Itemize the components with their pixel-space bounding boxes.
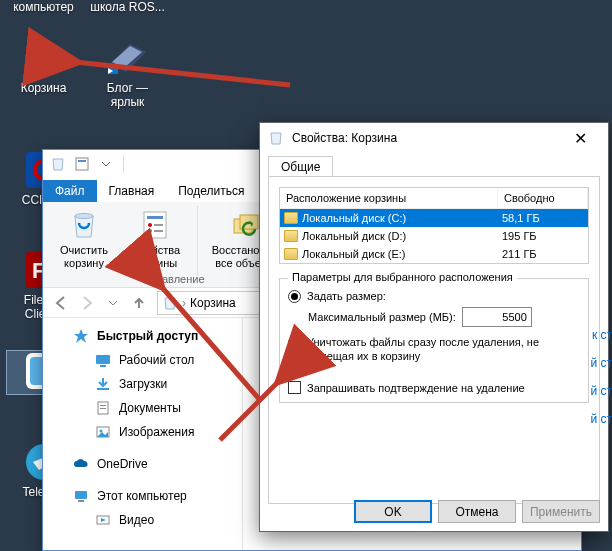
svg-point-11: [75, 214, 93, 219]
radio-label: Задать размер:: [307, 289, 386, 303]
nav-downloads[interactable]: Загрузки: [43, 372, 242, 396]
qat-dropdown-icon[interactable]: [95, 153, 117, 175]
dialog-titlebar[interactable]: Свойства: Корзина ✕: [260, 123, 608, 153]
qat-properties-icon[interactable]: [71, 153, 93, 175]
dialog-title: Свойства: Корзина: [292, 131, 552, 145]
desktop-icon-blog-shortcut[interactable]: Блог — ярлык: [90, 38, 165, 109]
svg-point-0: [32, 45, 56, 51]
nav-back-icon[interactable]: [49, 291, 73, 315]
drive-row[interactable]: Локальный диск (C:)58,1 ГБ: [280, 209, 588, 227]
ribbon-bin-properties[interactable]: Свойства корзины: [121, 206, 191, 272]
documents-icon: [95, 400, 111, 416]
nav-pictures[interactable]: Изображения: [43, 420, 242, 444]
radio-label: Уничтожать файлы сразу после удаления, н…: [307, 335, 567, 363]
svg-rect-22: [97, 388, 109, 390]
drive-row[interactable]: Локальный диск (E:)211 ГБ: [280, 245, 588, 263]
svg-rect-20: [96, 355, 110, 364]
drive-row[interactable]: Локальный диск (D:)195 ГБ: [280, 227, 588, 245]
drive-location-table: Расположение корзины Свободно Локальный …: [279, 187, 589, 264]
svg-rect-28: [75, 491, 87, 499]
properties-icon: [123, 208, 189, 242]
desktop-icon-label: Блог — ярлык: [90, 81, 165, 109]
desktop-icon-school[interactable]: школа ROS...: [90, 0, 165, 14]
navigation-pane: Быстрый доступ Рабочий стол Загрузки Док…: [43, 318, 243, 550]
tab-general[interactable]: Общие: [268, 156, 333, 177]
onedrive-icon: [73, 456, 89, 472]
svg-rect-25: [100, 408, 106, 409]
ribbon-group-label: Управление: [99, 273, 249, 285]
checkbox-confirm-delete[interactable]: [288, 381, 301, 394]
breadcrumb[interactable]: Корзина: [190, 296, 236, 310]
computer-icon: [73, 488, 89, 504]
close-button[interactable]: ✕: [560, 124, 600, 152]
tab-file[interactable]: Файл: [43, 180, 97, 202]
checkbox-label: Запрашивать подтверждение на удаление: [307, 382, 525, 394]
svg-rect-21: [100, 365, 106, 367]
max-size-label: Максимальный размер (МБ):: [308, 311, 456, 323]
svg-rect-24: [100, 405, 106, 406]
tab-home[interactable]: Главная: [97, 180, 167, 202]
desktop-icon-label: компьютер: [6, 0, 81, 14]
nav-videos[interactable]: Видео: [43, 508, 242, 532]
recycle-bin-small-icon: [268, 130, 284, 146]
recycle-bin-small-icon: [47, 153, 69, 175]
col-free: Свободно: [498, 188, 588, 208]
ribbon-label: Свойства корзины: [123, 244, 189, 270]
ribbon-empty-bin[interactable]: Очистить корзину: [49, 206, 119, 272]
nav-quick-access[interactable]: Быстрый доступ: [43, 324, 242, 348]
notebook-icon: [104, 38, 152, 78]
ok-button[interactable]: OK: [354, 500, 432, 523]
svg-point-14: [148, 223, 152, 227]
radio-destroy-immediately[interactable]: [288, 336, 301, 349]
empty-bin-icon: [51, 208, 117, 242]
svg-rect-29: [78, 500, 84, 502]
nav-documents[interactable]: Документы: [43, 396, 242, 420]
svg-rect-13: [147, 216, 163, 219]
apply-button[interactable]: Применить: [522, 500, 600, 523]
downloads-icon: [95, 376, 111, 392]
drive-icon: [284, 212, 298, 224]
svg-rect-9: [76, 158, 88, 170]
recycle-bin-small-icon: [162, 295, 178, 311]
nav-this-pc[interactable]: Этот компьютер: [43, 484, 242, 508]
desktop-icon-computer[interactable]: компьютер: [6, 0, 81, 14]
desktop-icon: [95, 352, 111, 368]
desktop-icon-label: школа ROS...: [90, 0, 165, 14]
cancel-button[interactable]: Отмена: [438, 500, 516, 523]
max-size-input[interactable]: [462, 307, 532, 327]
chevron-right-icon: ›: [182, 296, 186, 310]
col-location: Расположение корзины: [280, 188, 498, 208]
ribbon-label: Очистить корзину: [51, 244, 117, 270]
radio-set-size[interactable]: [288, 290, 301, 303]
nav-recent-dropdown-icon[interactable]: [101, 291, 125, 315]
videos-icon: [95, 512, 111, 528]
properties-dialog: Свойства: Корзина ✕ Общие Расположение к…: [259, 122, 609, 532]
settings-group: Параметры для выбранного расположения За…: [279, 278, 589, 403]
svg-point-27: [100, 430, 103, 433]
svg-rect-10: [78, 160, 86, 162]
svg-point-16: [148, 229, 152, 233]
nav-up-icon[interactable]: [127, 291, 151, 315]
nav-desktop[interactable]: Рабочий стол: [43, 348, 242, 372]
pictures-icon: [95, 424, 111, 440]
desktop-icon-label: Корзина: [6, 81, 81, 95]
recycle-bin-icon: [20, 38, 68, 78]
nav-forward-icon[interactable]: [75, 291, 99, 315]
drive-icon: [284, 248, 298, 260]
svg-rect-17: [154, 230, 163, 232]
star-icon: [73, 328, 89, 344]
background-list-peek: к ст й ст й ст й ст: [582, 328, 612, 426]
desktop-icon-recycle-bin[interactable]: Корзина: [6, 38, 81, 95]
group-title: Параметры для выбранного расположения: [288, 271, 517, 283]
drive-icon: [284, 230, 298, 242]
nav-onedrive[interactable]: OneDrive: [43, 452, 242, 476]
tab-share[interactable]: Поделиться: [166, 180, 256, 202]
svg-rect-15: [154, 224, 163, 226]
